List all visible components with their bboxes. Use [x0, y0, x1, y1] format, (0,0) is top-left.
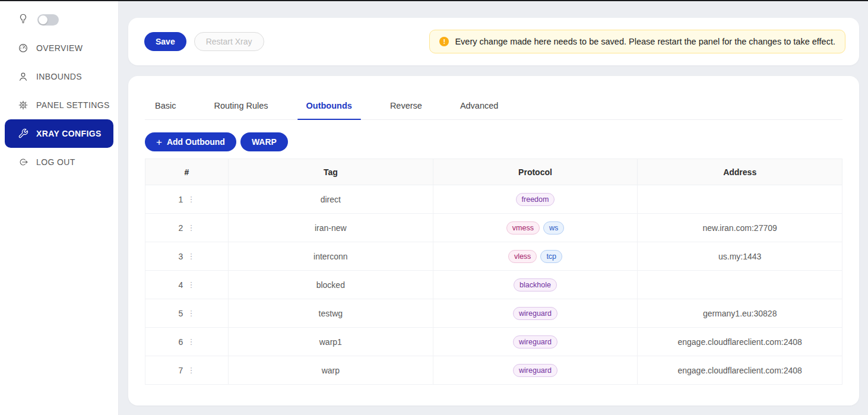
table-row: 4⋮blockedblackhole — [145, 271, 842, 299]
row-menu-icon[interactable]: ⋮ — [187, 281, 195, 289]
address-cell: engage.cloudflareclient.com:2408 — [638, 328, 842, 356]
tab-bar: BasicRouting RulesOutboundsReverseAdvanc… — [145, 94, 842, 120]
row-number-cell: 5⋮ — [145, 299, 229, 328]
logout-icon — [18, 157, 28, 167]
add-outbound-label: Add Outbound — [167, 137, 225, 147]
protocol-badge: blackhole — [514, 278, 557, 292]
dashboard-icon — [18, 43, 28, 53]
row-number-cell: 1⋮ — [145, 185, 229, 214]
sidebar-item-label: INBOUNDS — [36, 72, 82, 81]
protocol-badge: freedom — [516, 193, 555, 206]
tab-outbounds[interactable]: Outbounds — [297, 94, 361, 119]
toggle-knob — [39, 15, 47, 24]
column-header-tag: Tag — [229, 159, 433, 185]
row-menu-icon[interactable]: ⋮ — [187, 252, 195, 260]
outbounds-table: #TagProtocolAddress 1⋮directfreedom2⋮ira… — [145, 159, 842, 385]
row-number-cell: 3⋮ — [145, 242, 229, 271]
row-number: 2 — [179, 223, 183, 233]
tag-cell: iran-new — [229, 214, 433, 242]
sidebar-item-overview[interactable]: OVERVIEW — [5, 34, 113, 62]
row-number: 5 — [179, 309, 183, 318]
protocol-cell: vlesstcp — [433, 242, 638, 271]
table-row: 1⋮directfreedom — [145, 185, 842, 214]
alert-text: Every change made here needs to be saved… — [455, 37, 835, 46]
tag-cell: warp1 — [229, 328, 433, 356]
sidebar-item-xray-configs[interactable]: XRAY CONFIGS — [5, 119, 113, 148]
table-row: 2⋮iran-newvmesswsnew.iran.com:27709 — [145, 214, 842, 242]
sidebar-item-log-out[interactable]: LOG OUT — [5, 148, 113, 176]
plus-icon: + — [156, 137, 162, 147]
toolbar-buttons: Save Restart Xray — [144, 32, 264, 51]
address-cell — [638, 271, 842, 299]
address-cell: us.my:1443 — [638, 242, 842, 271]
protocol-cell: wireguard — [433, 328, 638, 356]
row-menu-icon[interactable]: ⋮ — [187, 338, 195, 346]
row-number-cell: 2⋮ — [145, 214, 229, 242]
sidebar-item-label: OVERVIEW — [36, 43, 83, 53]
lightbulb-icon — [18, 13, 28, 26]
protocol-badge: wireguard — [513, 307, 557, 320]
tag-cell: warp — [229, 356, 433, 385]
sidebar-item-label: PANEL SETTINGS — [36, 100, 110, 110]
user-icon — [18, 71, 28, 82]
tab-basic[interactable]: Basic — [146, 94, 185, 119]
column-header-number: # — [145, 159, 229, 185]
wrench-icon — [18, 128, 28, 139]
row-number: 6 — [179, 337, 183, 347]
tag-cell: interconn — [229, 242, 433, 271]
row-number: 4 — [179, 280, 183, 290]
protocol-badge: tcp — [540, 250, 562, 263]
unsaved-changes-alert: ! Every change made here needs to be sav… — [429, 30, 845, 53]
protocol-badge: wireguard — [513, 364, 557, 377]
xray-configs-card: BasicRouting RulesOutboundsReverseAdvanc… — [128, 76, 859, 406]
sidebar-item-label: XRAY CONFIGS — [36, 129, 102, 138]
tab-advanced[interactable]: Advanced — [451, 94, 508, 119]
row-menu-icon[interactable]: ⋮ — [187, 309, 195, 317]
save-button[interactable]: Save — [144, 32, 186, 51]
row-menu-icon[interactable]: ⋮ — [187, 366, 195, 374]
protocol-badge: vless — [508, 250, 537, 263]
protocol-cell: blackhole — [433, 271, 638, 299]
tab-routing-rules[interactable]: Routing Rules — [205, 94, 277, 119]
column-header-address: Address — [638, 159, 842, 185]
dark-mode-toggle[interactable] — [37, 14, 59, 26]
tag-cell: blocked — [229, 271, 433, 299]
address-cell: new.iran.com:27709 — [638, 214, 842, 242]
row-number: 7 — [179, 366, 183, 375]
row-number-cell: 6⋮ — [145, 328, 229, 356]
row-menu-icon[interactable]: ⋮ — [187, 224, 195, 232]
tag-cell: testwg — [229, 299, 433, 328]
protocol-cell: wireguard — [433, 356, 638, 385]
tab-reverse[interactable]: Reverse — [381, 94, 431, 119]
sidebar: OVERVIEWINBOUNDSPANEL SETTINGSXRAY CONFI… — [0, 0, 119, 415]
sidebar-item-panel-settings[interactable]: PANEL SETTINGS — [5, 91, 113, 119]
table-row: 7⋮warpwireguardengage.cloudflareclient.c… — [145, 356, 842, 385]
address-cell: engage.cloudflareclient.com:2408 — [638, 356, 842, 385]
protocol-cell: vmessws — [433, 214, 638, 242]
protocol-badge: wireguard — [513, 335, 557, 349]
row-number: 3 — [179, 252, 183, 261]
restart-xray-button[interactable]: Restart Xray — [194, 32, 264, 51]
warp-button[interactable]: WARP — [240, 132, 288, 151]
sidebar-item-inbounds[interactable]: INBOUNDS — [5, 62, 113, 91]
main-content: Save Restart Xray ! Every change made he… — [128, 18, 859, 406]
row-number-cell: 7⋮ — [145, 356, 229, 385]
protocol-cell: freedom — [433, 185, 638, 214]
add-outbound-button[interactable]: + Add Outbound — [145, 132, 236, 151]
protocol-badge: ws — [543, 221, 564, 235]
window-top-border — [0, 0, 868, 1]
sidebar-item-label: LOG OUT — [36, 157, 75, 167]
warning-icon: ! — [439, 37, 449, 46]
toolbar-card: Save Restart Xray ! Every change made he… — [128, 18, 859, 65]
row-menu-icon[interactable]: ⋮ — [187, 195, 195, 203]
table-row: 3⋮interconnvlesstcpus.my:1443 — [145, 242, 842, 271]
row-number-cell: 4⋮ — [145, 271, 229, 299]
gear-icon — [18, 100, 28, 110]
outbounds-actions: + Add Outbound WARP — [145, 132, 842, 151]
theme-toggle-row — [0, 8, 118, 31]
address-cell: germany1.eu:30828 — [638, 299, 842, 328]
tag-cell: direct — [229, 185, 433, 214]
protocol-badge: vmess — [506, 221, 540, 235]
address-cell — [638, 185, 842, 214]
column-header-protocol: Protocol — [433, 159, 638, 185]
